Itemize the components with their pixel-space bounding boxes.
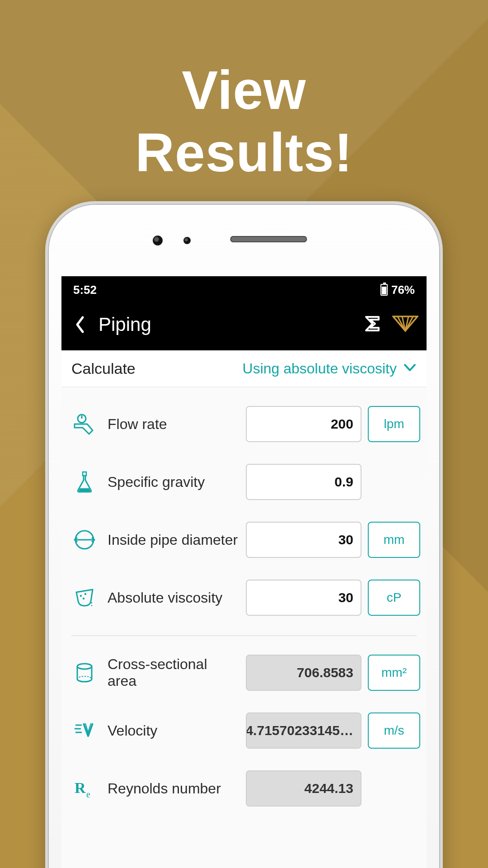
svg-text:e: e bbox=[86, 789, 90, 799]
app-bar: Piping bbox=[61, 303, 427, 350]
velocity-icon bbox=[73, 719, 96, 742]
phone-mockup: 5:52 76% Piping bbox=[45, 201, 443, 868]
speaker-grill-icon bbox=[230, 236, 307, 242]
cross-sectional-area-output: 706.8583 bbox=[246, 655, 361, 691]
row-absolute-viscosity: Absolute viscosity 30 cP bbox=[68, 577, 420, 618]
reynolds-number-icon: R e bbox=[73, 777, 96, 800]
calculate-label: Calculate bbox=[71, 360, 136, 377]
svg-point-12 bbox=[83, 598, 84, 599]
app-screen: 5:52 76% Piping bbox=[61, 276, 427, 868]
battery-icon bbox=[380, 284, 388, 296]
absolute-viscosity-label: Absolute viscosity bbox=[108, 590, 239, 606]
specific-gravity-label: Specific gravity bbox=[108, 474, 239, 491]
svg-text:R: R bbox=[75, 779, 86, 796]
brand-logo-icon bbox=[392, 315, 418, 333]
svg-rect-7 bbox=[83, 472, 86, 476]
promo-title: View Results! bbox=[0, 59, 488, 184]
section-divider bbox=[71, 635, 417, 636]
svg-point-10 bbox=[80, 595, 82, 597]
absolute-viscosity-unit-button[interactable]: cP bbox=[368, 580, 420, 616]
inside-diameter-input[interactable]: 30 bbox=[246, 522, 361, 558]
velocity-unit-button[interactable]: m/s bbox=[368, 712, 420, 749]
status-bar: 5:52 76% bbox=[61, 276, 427, 303]
flow-meter-icon bbox=[73, 412, 96, 436]
chevron-left-icon bbox=[74, 316, 86, 334]
sensor-dot-icon bbox=[183, 237, 191, 244]
back-button[interactable] bbox=[70, 314, 90, 335]
specific-gravity-input[interactable]: 0.9 bbox=[246, 464, 361, 500]
row-specific-gravity: Specific gravity 0.9 bbox=[68, 462, 420, 502]
velocity-output: 4.71570233145… bbox=[246, 712, 361, 749]
svg-point-14 bbox=[77, 664, 92, 669]
diameter-icon bbox=[73, 528, 96, 552]
phone-bezel bbox=[48, 204, 440, 276]
flow-rate-input[interactable]: 200 bbox=[246, 406, 361, 442]
svg-point-11 bbox=[84, 593, 86, 595]
row-reynolds-number: R e Reynolds number 4244.13 bbox=[68, 768, 420, 809]
calculate-mode-chevron[interactable] bbox=[403, 363, 417, 374]
calculate-mode-row: Calculate Using absolute viscosity bbox=[61, 350, 427, 387]
flow-rate-unit-button[interactable]: lpm bbox=[368, 406, 420, 442]
inside-diameter-label: Inside pipe diameter bbox=[108, 532, 239, 548]
status-time: 5:52 bbox=[73, 283, 97, 297]
chevron-down-icon bbox=[403, 363, 417, 373]
reynolds-label: Reynolds number bbox=[108, 780, 239, 797]
app-title: Piping bbox=[99, 314, 363, 335]
viscosity-beaker-icon bbox=[73, 586, 96, 609]
row-flow-rate: Flow rate 200 lpm bbox=[68, 404, 420, 444]
row-velocity: Velocity 4.71570233145… m/s bbox=[68, 710, 420, 751]
reynolds-output: 4244.13 bbox=[246, 770, 361, 807]
flow-rate-label: Flow rate bbox=[108, 416, 239, 433]
sigma-button[interactable] bbox=[363, 315, 381, 335]
inside-diameter-unit-button[interactable]: mm bbox=[368, 522, 420, 558]
row-inside-diameter: Inside pipe diameter 30 mm bbox=[68, 519, 420, 560]
sigma-icon bbox=[363, 315, 381, 333]
absolute-viscosity-input[interactable]: 30 bbox=[246, 580, 361, 616]
cylinder-area-icon bbox=[73, 661, 96, 684]
row-cross-sectional-area: Cross-sectional area 706.8583 mm² bbox=[68, 652, 420, 693]
calculate-mode-select[interactable]: Using absolute viscosity bbox=[243, 360, 397, 377]
cross-sectional-area-unit-button[interactable]: mm² bbox=[368, 655, 420, 691]
promo-title-line1: View bbox=[0, 59, 488, 121]
velocity-label: Velocity bbox=[108, 722, 239, 739]
camera-dot-icon bbox=[153, 236, 163, 245]
status-battery: 76% bbox=[391, 283, 415, 297]
promo-title-line2: Results! bbox=[0, 121, 488, 184]
brand-logo-button[interactable] bbox=[392, 315, 418, 335]
cross-sectional-area-label: Cross-sectional area bbox=[108, 656, 239, 689]
flask-icon bbox=[73, 470, 96, 494]
